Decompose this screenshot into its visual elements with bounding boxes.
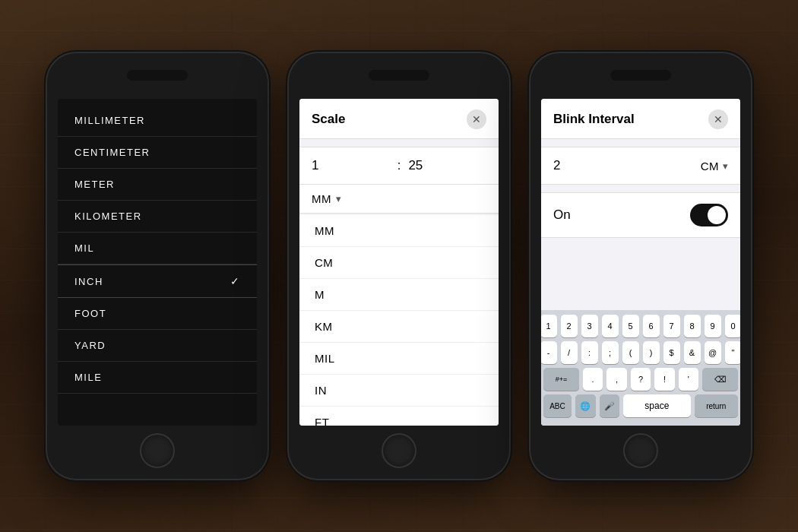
unit-item-inch[interactable]: INCH ✓	[58, 264, 257, 298]
scale-inputs: 1 : 25	[299, 147, 499, 185]
key-dollar[interactable]: $	[663, 341, 680, 364]
key-8[interactable]: 8	[684, 315, 701, 337]
phone-2-screen: Scale ✕ 1 : 25 MM ▾ MM CM M KM MIL IN FT…	[299, 99, 499, 426]
key-1[interactable]: 1	[541, 315, 557, 337]
key-slash[interactable]: /	[561, 341, 578, 364]
scale-colon: :	[397, 158, 401, 173]
key-hash[interactable]: #+=	[543, 368, 579, 391]
scale-input-2[interactable]: 25	[408, 158, 486, 173]
dropdown-item-km[interactable]: KM	[299, 311, 499, 343]
phone-2: Scale ✕ 1 : 25 MM ▾ MM CM M KM MIL IN FT…	[289, 53, 509, 479]
blink-value[interactable]: 2	[553, 158, 560, 173]
unit-item-kilometer[interactable]: KILOMETER	[58, 201, 257, 233]
dropdown-item-mil[interactable]: MIL	[299, 343, 499, 375]
modal-header: Scale ✕	[299, 99, 499, 139]
unit-item-millimeter[interactable]: MILLIMETER	[58, 105, 257, 137]
keyboard: 1 2 3 4 5 6 7 8 9 0 - / : ; ( ) $ &	[541, 310, 740, 426]
keyboard-row-bottom: ABC 🌐 🎤 space return	[543, 394, 738, 417]
key-colon[interactable]: :	[581, 341, 598, 364]
blink-title: Blink Interval	[553, 112, 635, 127]
unit-list: MILLIMETER CENTIMETER METER KILOMETER MI…	[58, 99, 257, 400]
key-at[interactable]: @	[705, 341, 721, 364]
unit-selector-label: MM	[312, 192, 331, 205]
phone-3: Blink Interval ✕ 2 CM ▾ On 1 2 3 4 5 6	[530, 53, 751, 479]
home-button[interactable]	[623, 433, 658, 468]
dropdown-item-ft[interactable]: FT	[299, 407, 499, 426]
scale-input-1[interactable]: 1	[312, 158, 390, 173]
close-button[interactable]: ✕	[467, 109, 486, 129]
blink-chevron-icon: ▾	[723, 160, 728, 172]
key-9[interactable]: 9	[705, 315, 721, 337]
phone-1: MILLIMETER CENTIMETER METER KILOMETER MI…	[47, 53, 268, 479]
key-semicolon[interactable]: ;	[602, 341, 619, 364]
key-7[interactable]: 7	[663, 315, 680, 337]
key-3[interactable]: 3	[581, 315, 598, 337]
unit-selector-row[interactable]: MM ▾	[299, 185, 499, 214]
key-rparen[interactable]: )	[643, 341, 660, 364]
key-period[interactable]: .	[583, 368, 603, 391]
blink-unit-selector[interactable]: CM ▾	[701, 160, 728, 173]
unit-item-meter[interactable]: METER	[58, 169, 257, 201]
key-6[interactable]: 6	[643, 315, 660, 337]
on-toggle-row: On	[541, 192, 740, 238]
key-5[interactable]: 5	[622, 315, 639, 337]
key-comma[interactable]: ,	[606, 368, 626, 391]
keyboard-row-numbers: 1 2 3 4 5 6 7 8 9 0	[543, 315, 738, 337]
unit-item-mile[interactable]: MILE	[58, 362, 257, 394]
key-ampersand[interactable]: &	[684, 341, 701, 364]
home-button[interactable]	[382, 433, 416, 468]
blink-close-button[interactable]: ✕	[708, 109, 728, 129]
unit-item-yard[interactable]: YARD	[58, 330, 257, 362]
dropdown-item-mm[interactable]: MM	[299, 215, 499, 247]
delete-key[interactable]: ⌫	[702, 368, 738, 391]
key-apostrophe[interactable]: '	[679, 368, 698, 391]
dropdown-list: MM CM M KM MIL IN FT YD	[299, 215, 499, 426]
on-label: On	[553, 207, 571, 223]
key-question[interactable]: ?	[631, 368, 651, 391]
key-4[interactable]: 4	[602, 315, 619, 337]
keyboard-row-more: #+= . , ? ! ' ⌫	[543, 368, 738, 391]
dropdown-item-in[interactable]: IN	[299, 375, 499, 407]
blink-header: Blink Interval ✕	[541, 99, 740, 139]
key-exclaim[interactable]: !	[654, 368, 674, 391]
modal-title: Scale	[312, 112, 345, 127]
keyboard-row-symbols: - / : ; ( ) $ & @ "	[543, 341, 738, 364]
key-0[interactable]: 0	[725, 315, 741, 337]
phone-3-screen: Blink Interval ✕ 2 CM ▾ On 1 2 3 4 5 6	[541, 99, 740, 426]
checkmark-icon: ✓	[230, 275, 241, 287]
dropdown-item-cm[interactable]: CM	[299, 247, 499, 279]
key-abc[interactable]: ABC	[543, 394, 572, 417]
key-lparen[interactable]: (	[622, 341, 639, 364]
blink-value-row: 2 CM ▾	[541, 147, 740, 185]
phone-1-screen: MILLIMETER CENTIMETER METER KILOMETER MI…	[58, 99, 257, 426]
key-return[interactable]: return	[695, 394, 739, 417]
key-mic[interactable]: 🎤	[600, 394, 620, 417]
home-button[interactable]	[140, 433, 175, 468]
unit-item-mil[interactable]: MIL	[58, 233, 257, 264]
key-2[interactable]: 2	[561, 315, 578, 337]
toggle-switch[interactable]	[690, 204, 728, 226]
key-space[interactable]: space	[623, 394, 690, 417]
unit-item-centimeter[interactable]: CENTIMETER	[58, 137, 257, 169]
key-quote[interactable]: "	[725, 341, 741, 364]
chevron-down-icon: ▾	[336, 193, 341, 204]
key-minus[interactable]: -	[541, 341, 557, 364]
unit-item-foot[interactable]: FOOT	[58, 298, 257, 330]
dropdown-item-m[interactable]: M	[299, 279, 499, 311]
blink-unit-label: CM	[701, 160, 719, 173]
key-globe[interactable]: 🌐	[575, 394, 596, 417]
